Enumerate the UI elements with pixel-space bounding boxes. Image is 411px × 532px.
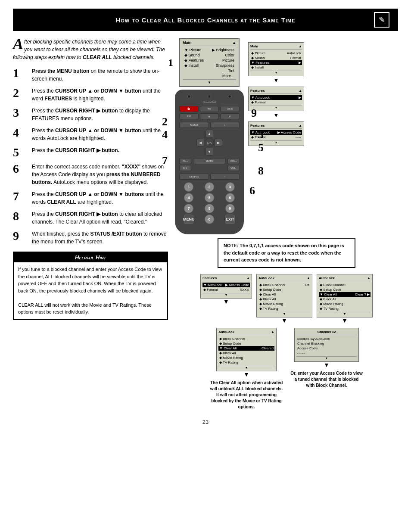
exit-num-button[interactable]: EXIT [225, 215, 235, 224]
top-area: Main▲ ▼ Picture▶ Brightness ◆ SoundColor… [175, 38, 398, 234]
num-3-button[interactable]: 3 [225, 182, 235, 192]
left-column: A fter blocking specific channels there … [13, 38, 168, 410]
note-box: NOTE: The 0,7,1,1 access code shown on t… [218, 238, 355, 268]
cleared-screen-wrap: AutoLock▲ ◆ Block Channel ◆ Setup Code ▼… [210, 328, 283, 410]
step-2-number: 2 [13, 87, 28, 99]
vcr-button[interactable]: VCR [220, 106, 240, 112]
step-5-text: Press the CURSOR RIGHT ▶ but­ton. [32, 146, 119, 154]
step-9-number: 9 [13, 230, 28, 242]
step-4: 4 Press the CURSOR UP ▲ or DOWN ▼ button… [13, 127, 168, 142]
channel-blocked-caption: Or, enter your Access Code to view a tun… [290, 370, 363, 389]
cleared-screen: AutoLock▲ ◆ Block Channel ◆ Setup Code ▼… [216, 328, 277, 371]
remote-sensor [187, 95, 191, 98]
power-button[interactable]: ⏻ [179, 106, 199, 112]
step-6: 6 Enter the correct access code number. … [13, 163, 168, 186]
menu-num-button[interactable]: MENU [184, 215, 193, 224]
hint-text-2: CLEAR ALL will not work with the Movie a… [18, 302, 163, 316]
status-button[interactable]: STATUS [179, 174, 209, 180]
hint-body: If you tune to a blocked channel and ent… [14, 262, 167, 319]
step-6-text: Enter the correct access code number. "X… [32, 163, 168, 186]
cursor-right-button[interactable]: ▶ [215, 139, 222, 146]
page-title: How to Clear All Blocked Channels at the… [37, 16, 374, 24]
num-9-button[interactable]: 9 [225, 204, 235, 213]
remote-sensor-2 [208, 95, 211, 98]
dpad: ▲ ▼ ◀ ▶ OK [196, 130, 222, 156]
num-4-button[interactable]: 4 [184, 193, 193, 202]
page-number: 23 [13, 419, 398, 425]
remote-area: Main▲ ▼ Picture▶ Brightness ◆ SoundColor… [175, 38, 244, 234]
cursor-up-button[interactable]: ▲ [206, 130, 213, 137]
step-1: 1 Press the MENU button on the remote to… [13, 67, 168, 83]
step-2-text: Press the CURSOR UP ▲ or DOWN ▼ button u… [32, 87, 168, 103]
step-6-number: 6 [13, 163, 28, 175]
main-layout: A fter blocking specific channels there … [13, 38, 398, 410]
num-7-button[interactable]: 7 [184, 204, 193, 213]
intro-body: fter blocking specific channels there ma… [13, 39, 165, 60]
remote-body: QuadraSurf ⏻ TV VCR PIP ❄ ⇄ MENU [175, 90, 244, 234]
step5-screen: Features▲ ▼ AutoLock▶ Access Code ◆ Form… [248, 121, 304, 146]
step-1-number: 1 [13, 67, 28, 79]
tv-button[interactable]: TV [200, 106, 219, 112]
plus-button[interactable]: + [210, 122, 240, 128]
ch-up-button[interactable]: CH+ [179, 158, 191, 164]
step-4-number: 4 [13, 127, 28, 139]
freeze-button[interactable]: ❄ [200, 113, 219, 119]
main-menu-screen: Main▲ ▼ Picture▶ Brightness ◆ SoundColor… [179, 38, 240, 87]
minus-button[interactable]: − [210, 174, 240, 180]
step-7: 7 Press the CURSOR UP ▲ or DOWN ▼ button… [13, 190, 168, 206]
vol-up-button[interactable]: VOL+ [227, 158, 240, 164]
num-2-button[interactable]: 2 [205, 182, 214, 192]
step-label-1: 1 [168, 57, 173, 68]
hint-text-1: If you tune to a blocked channel and ent… [18, 266, 163, 294]
swap-button[interactable]: ⇄ [220, 113, 240, 119]
cursor-left-button[interactable]: ◀ [196, 139, 204, 146]
num-1-button[interactable]: 1 [184, 182, 193, 192]
step-8-number: 8 [13, 210, 28, 222]
drop-cap: A [13, 38, 23, 50]
intro-text: A fter blocking specific channels there … [13, 38, 168, 61]
channel-blocked-wrap: Channel 12 Blocked By AutoLock Channel B… [290, 328, 363, 410]
step-8: 8 Press the CURSOR RIGHT ▶ but­ton to cl… [13, 210, 168, 226]
step-7-text: Press the CURSOR UP ▲ or DOWN ▼ buttons … [32, 190, 168, 206]
bottom-screens-row: Features▲ ▼ AutoLock▶ Access Code ◆ Form… [175, 274, 398, 324]
main-menu-screen-wrap: Main▲ ▼ Picture▶ Brightness ◆ SoundColor… [179, 38, 240, 87]
step-7-number: 7 [13, 190, 28, 202]
num-6-button[interactable]: 6 [225, 193, 235, 202]
hint-title: Helpful Hint [14, 252, 167, 262]
bottom-screen-2: AutoLock▲ ◆ Block ChannelOff ◆ Setup Cod… [256, 274, 312, 317]
channel-blocked-screen: Channel 12 Blocked By AutoLock Channel B… [294, 328, 359, 362]
step-3-text: Press the CURSOR RIGHT ▶ but­ton to disp… [32, 107, 168, 122]
step-label-3-5-8: 3 5 8 [258, 128, 264, 177]
step-9-text: When finished, press the STATUS /EXIT bu… [32, 230, 168, 246]
step-2: 2 Press the CURSOR UP ▲ or DOWN ▼ button… [13, 87, 168, 103]
step5-screen-wrap: Features▲ ▼ AutoLock▶ Access Code ◆ Form… [248, 121, 304, 146]
ch-down-button[interactable]: CH- [179, 165, 191, 171]
step-1-text: Press the MENU button on the remote to s… [32, 67, 168, 83]
step-label-9: 9 [251, 107, 257, 120]
remote-control-wrap: 2 4 7 9 3 5 8 6 [175, 90, 244, 234]
step1-screen: Main▲ ◆ PictureAutoLock ◆ SoundFormat ▼ … [248, 42, 304, 76]
step-3-number: 3 [13, 107, 28, 119]
step-5: 5 Press the CURSOR RIGHT ▶ but­ton. [13, 146, 168, 159]
remote-brand: QuadraSurf [179, 101, 240, 103]
cursor-down-button[interactable]: ▼ [206, 148, 213, 156]
step-label-2-4-7: 2 4 7 [162, 115, 168, 167]
page-header: How to Clear All Blocked Channels at the… [13, 9, 398, 31]
bottom-screen-1: Features▲ ▼ AutoLock▶ Access Code ◆ Form… [200, 274, 252, 299]
step-8-text: Press the CURSOR RIGHT ▶ but­ton to clea… [32, 210, 168, 226]
bottom-screen-2-wrap: AutoLock▲ ◆ Block ChannelOff ◆ Setup Cod… [256, 274, 312, 324]
right-screens-col: Main▲ ◆ PictureAutoLock ◆ SoundFormat ▼ … [248, 42, 304, 146]
vol-down-button[interactable]: VOL- [227, 165, 240, 171]
bottom-screen-3: AutoLock▲ ◆ Block Channel ◆ Setup Code ▼… [317, 274, 373, 317]
num-8-button[interactable]: 8 [205, 204, 214, 213]
num-5-button[interactable]: 5 [205, 193, 214, 202]
helpful-hint-box: Helpful Hint If you tune to a blocked ch… [13, 252, 168, 320]
bottom2-screens-row: AutoLock▲ ◆ Block Channel ◆ Setup Code ▼… [175, 328, 398, 410]
menu-button[interactable]: MENU [179, 122, 209, 128]
num-0-button[interactable]: 0 [205, 215, 214, 224]
step1-screen-wrap: Main▲ ◆ PictureAutoLock ◆ SoundFormat ▼ … [248, 42, 304, 83]
mute-button[interactable]: MUTE [193, 158, 226, 164]
pip-button[interactable]: PIP [179, 113, 199, 119]
cleared-caption: The Clear All option when activated will… [210, 380, 283, 410]
step-label-6: 6 [249, 184, 255, 197]
